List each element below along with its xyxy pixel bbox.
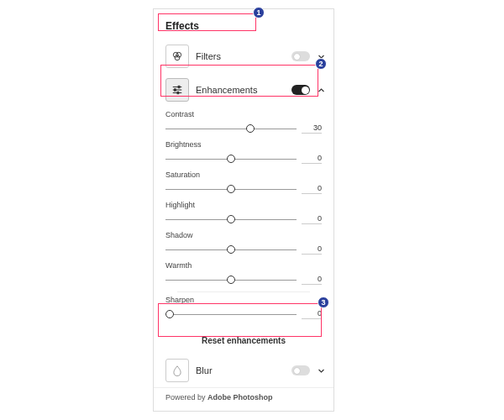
filters-icon	[165, 45, 189, 68]
slider-brightness: Brightness0	[165, 140, 322, 165]
slider-track[interactable]	[165, 274, 297, 286]
filters-toggle[interactable]	[291, 51, 310, 61]
effects-panel: Effects Filters Enhancements Contrast30B…	[153, 8, 334, 412]
slider-handle[interactable]	[165, 310, 174, 318]
slider-value[interactable]: 0	[302, 154, 322, 164]
slider-label: Sharpen	[165, 296, 322, 304]
slider-label: Saturation	[165, 171, 322, 179]
blur-toggle[interactable]	[291, 365, 310, 375]
svg-rect-8	[177, 92, 179, 93]
slider-handle[interactable]	[227, 185, 235, 193]
blur-label: Blur	[196, 365, 285, 375]
svg-rect-7	[175, 89, 176, 91]
chevron-down-icon[interactable]	[317, 52, 325, 60]
svg-point-1	[176, 52, 181, 57]
filters-label: Filters	[196, 51, 285, 61]
slider-handle[interactable]	[227, 276, 235, 284]
section-title: Effects	[154, 9, 333, 39]
slider-label: Warmth	[165, 261, 322, 270]
enhancements-toggle[interactable]	[291, 85, 310, 95]
footer-prefix: Powered by	[165, 393, 207, 402]
slider-value[interactable]: 0	[302, 275, 322, 285]
slider-value[interactable]: 30	[302, 123, 322, 134]
enhancements-sliders: Contrast30Brightness0Saturation0Highligh…	[154, 110, 333, 329]
slider-value[interactable]: 0	[302, 244, 322, 255]
slider-contrast: Contrast30	[165, 110, 322, 134]
enhancements-icon	[165, 78, 189, 102]
enhancements-label: Enhancements	[196, 85, 285, 95]
reset-enhancements-link[interactable]: Reset enhancements	[154, 329, 333, 354]
slider-label: Contrast	[165, 110, 322, 118]
slider-warmth: Warmth0	[165, 261, 322, 286]
slider-track[interactable]	[165, 308, 297, 320]
slider-track[interactable]	[165, 153, 297, 165]
slider-saturation: Saturation0	[165, 171, 322, 195]
chevron-down-icon[interactable]	[317, 366, 325, 375]
footer-brand: Adobe Photoshop	[207, 393, 273, 402]
slider-label: Brightness	[165, 140, 322, 149]
slider-value[interactable]: 0	[302, 214, 322, 224]
slider-sharpen: Sharpen0	[165, 296, 322, 320]
slider-shadow: Shadow0	[165, 231, 322, 255]
slider-track[interactable]	[165, 123, 297, 134]
slider-value[interactable]: 0	[302, 309, 322, 319]
footer: Powered by Adobe Photoshop	[154, 387, 333, 408]
slider-track[interactable]	[165, 244, 297, 255]
slider-track[interactable]	[165, 213, 297, 225]
filters-row[interactable]: Filters	[154, 39, 333, 73]
slider-value[interactable]: 0	[302, 184, 322, 194]
blur-row[interactable]: Blur	[154, 354, 333, 387]
slider-handle[interactable]	[227, 155, 235, 163]
chevron-up-icon[interactable]	[317, 86, 325, 94]
enhancements-row[interactable]: Enhancements	[154, 73, 333, 107]
slider-handle[interactable]	[227, 245, 235, 254]
svg-point-2	[175, 55, 180, 60]
slider-handle[interactable]	[246, 124, 255, 133]
svg-rect-6	[178, 86, 180, 87]
slider-label: Highlight	[165, 201, 322, 209]
blur-icon	[165, 359, 189, 382]
slider-highlight: Highlight0	[165, 201, 322, 225]
slider-track[interactable]	[165, 183, 297, 195]
slider-handle[interactable]	[227, 215, 235, 223]
slider-label: Shadow	[165, 231, 322, 239]
